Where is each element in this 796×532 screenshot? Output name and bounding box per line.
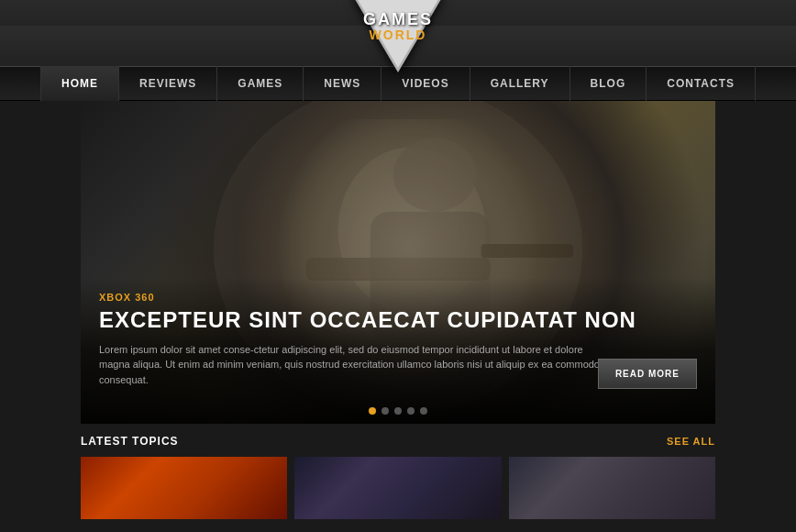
- svg-point-2: [393, 138, 477, 211]
- hero-tag: XBOX 360: [99, 292, 697, 303]
- nav-item-blog[interactable]: BLOG: [570, 66, 647, 101]
- dot-4[interactable]: [407, 407, 415, 415]
- read-more-button[interactable]: READ MORE: [598, 359, 697, 389]
- latest-card-1[interactable]: [81, 457, 287, 519]
- card-bg-3: [509, 457, 715, 519]
- latest-card-3[interactable]: [509, 457, 715, 519]
- top-header: GAMES WORLD: [0, 0, 796, 66]
- latest-title: LATEST TOPICS: [81, 435, 179, 448]
- nav-item-reviews[interactable]: REVIEWS: [119, 66, 217, 101]
- logo-text: GAMES WORLD: [352, 11, 444, 43]
- hero-dots: [369, 407, 427, 415]
- svg-rect-5: [481, 244, 574, 258]
- nav-item-games[interactable]: GAMES: [217, 66, 304, 101]
- hero-section: XBOX 360 EXCEPTEUR SINT OCCAECAT CUPIDAT…: [81, 101, 715, 424]
- latest-header: LATEST TOPICS SEE ALL: [81, 435, 715, 448]
- hero-description: Lorem ipsum dolor sit amet conse-ctetur …: [99, 342, 613, 388]
- dot-2[interactable]: [381, 407, 389, 415]
- nav-item-contacts[interactable]: CONTACTS: [647, 66, 756, 101]
- nav-item-gallery[interactable]: GALLERY: [470, 66, 570, 101]
- dot-1[interactable]: [369, 407, 376, 415]
- latest-card-2[interactable]: [294, 457, 501, 519]
- nav-item-home[interactable]: HOME: [40, 66, 119, 101]
- card-bg-2: [294, 457, 501, 519]
- logo-games: GAMES: [352, 11, 444, 28]
- logo-world: WORLD: [352, 28, 444, 43]
- latest-topics-section: LATEST TOPICS SEE ALL: [81, 424, 715, 519]
- dot-3[interactable]: [394, 407, 402, 415]
- card-bg-1: [81, 457, 287, 519]
- dot-5[interactable]: [420, 407, 427, 415]
- see-all-link[interactable]: SEE ALL: [667, 436, 715, 447]
- hero-title: EXCEPTEUR SINT OCCAECAT CUPIDATAT NON: [99, 308, 697, 332]
- latest-cards: [81, 457, 715, 519]
- logo: GAMES WORLD: [352, 0, 444, 72]
